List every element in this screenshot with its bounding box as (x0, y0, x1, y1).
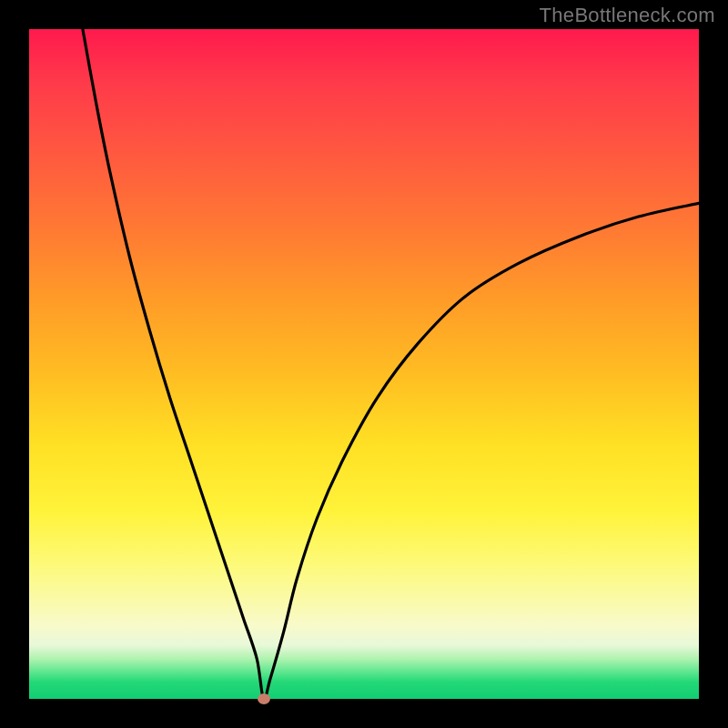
optimum-marker (258, 693, 270, 704)
chart-curve (29, 29, 699, 699)
watermark-text: TheBottleneck.com (540, 4, 715, 27)
chart-container: TheBottleneck.com (0, 0, 728, 728)
